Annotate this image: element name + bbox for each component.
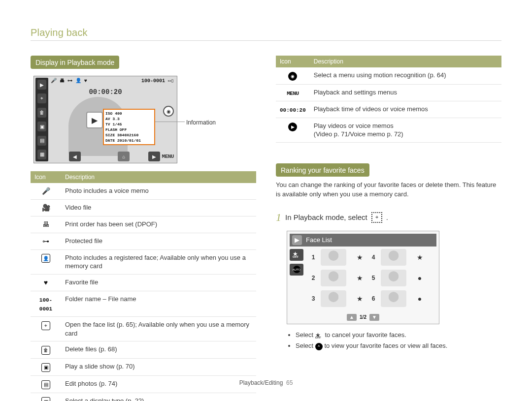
table-row: ▦Select a display type (p. 22): [31, 393, 256, 401]
table-row: ◉Select a menu using motion recognition …: [276, 67, 501, 85]
lock-icon: ⊶: [42, 237, 49, 245]
screen-folder-number: 100-0001: [141, 78, 165, 84]
face-index: 1: [309, 254, 318, 261]
face-auto-icon: AUTO: [290, 264, 303, 276]
table-row: 🖶Print order has been set (DPOF): [31, 216, 256, 233]
page-footer: Playback/Editing 65: [0, 379, 532, 386]
slideshow-icon: ▣: [41, 363, 50, 372]
bullet-item: Select to cancel your favorite faces.: [296, 330, 501, 340]
screen-play-overlay-icon: ▶: [86, 112, 103, 128]
face-thumb: [381, 270, 406, 286]
face-thumb: [381, 290, 406, 307]
dot-icon: ●: [413, 295, 426, 303]
print-icon: 🖶: [42, 220, 49, 228]
video-icon: 🎥: [42, 204, 50, 212]
table-row: MENUPlayback and settings menus: [276, 85, 501, 101]
face-index: 4: [369, 254, 378, 261]
table-row: 🎥Video file: [31, 199, 256, 216]
face-list-screen: ▶ Face List AUTO 1★ 4★ 2★ 5● 3★ 6● ▲ 1/2…: [287, 231, 439, 324]
table-row: 00:00:20Playback time of videos or voice…: [276, 101, 501, 118]
face-thumb: [321, 249, 346, 266]
time-text-icon: 00:00:20: [280, 107, 306, 113]
bullet-item: Select A to view your favorite faces or …: [296, 341, 501, 351]
star-icon: ★: [353, 274, 366, 282]
screen-display-icon: ▦: [37, 150, 46, 159]
auto-off-icon: A: [315, 343, 323, 350]
table-row: ▣Play a slide show (p. 70): [31, 359, 256, 376]
screen-home-icon: ⌂: [118, 152, 130, 161]
screen-status-icons: 🎤 🖶 ⊶ 👤 ♥: [51, 78, 87, 84]
callout-label-information: Information: [186, 119, 216, 126]
face-thumb: [321, 290, 346, 307]
table-row: 🎤Photo includes a voice memo: [31, 183, 256, 199]
playback-mode-icon: ▶: [292, 235, 302, 245]
step-text-prefix: In Playback mode, select: [285, 213, 367, 221]
star-icon: ★: [353, 253, 366, 261]
face-reg-icon: 👤: [41, 254, 50, 263]
page-title: Playing back: [31, 27, 501, 38]
face-index: 2: [309, 275, 318, 281]
face-list-icon: ⌖: [41, 321, 50, 330]
pager-down-icon: ▼: [369, 314, 379, 321]
th-icon: Icon: [276, 56, 310, 67]
screen-slideshow-icon: ▣: [37, 122, 46, 131]
screen-next-icon: ▶: [148, 152, 160, 161]
step-1: 1 In Playback mode, select ⌖.: [276, 211, 501, 224]
heading-ranking-faces: Ranking your favorite faces: [276, 163, 369, 177]
screen-prev-icon: ◀: [69, 152, 81, 161]
table-row: ⌖Open the face list (p. 65); Available o…: [31, 317, 256, 341]
screen-edit-icon: ▤: [37, 136, 46, 146]
camera-screen-illustration: ▶ ⌖ 🗑 ▣ ▤ ▦ 🎤 🖶 ⊶ 👤 ♥ 100-0001 ▭▯ 00:00:…: [33, 76, 177, 163]
motion-icon: ◉: [288, 72, 297, 81]
bullet-list: Select to cancel your favorite faces. Se…: [276, 330, 501, 352]
folder-file-icon: 100-0001: [39, 297, 52, 312]
face-list-select-icon: ⌖: [371, 212, 382, 223]
th-description: Description: [61, 171, 256, 183]
callout-line: [155, 122, 185, 122]
face-index: 5: [369, 275, 378, 281]
icon-description-table-left: Icon Description 🎤Photo includes a voice…: [31, 171, 256, 401]
face-index: 3: [309, 295, 318, 302]
star-icon: ★: [353, 295, 366, 303]
table-row: 🗑Delete files (p. 68): [31, 341, 256, 359]
th-description: Description: [310, 56, 501, 67]
heart-icon: ♥: [44, 278, 48, 286]
step-number: 1: [276, 211, 281, 224]
face-star-off-icon: [290, 249, 303, 261]
play-circle-icon: ▶: [288, 123, 297, 131]
screen-trash-icon: 🗑: [37, 108, 46, 118]
table-row: ♥Favorite file: [31, 274, 256, 291]
face-thumb: [321, 270, 346, 286]
title-divider: [31, 40, 501, 41]
step-text-suffix: .: [386, 213, 388, 221]
ranking-body-text: You can change the ranking of your favor…: [276, 181, 501, 199]
star-icon: ★: [413, 253, 426, 261]
table-row: 👤Photo includes a registered face; Avail…: [31, 249, 256, 274]
screen-menu-label: MENU: [162, 154, 174, 159]
display-type-icon: ▦: [41, 397, 50, 401]
trash-icon: 🗑: [41, 346, 50, 355]
heading-display-playback: Display in Playback mode: [31, 56, 119, 69]
table-row: 100-0001Folder name – File name: [31, 291, 256, 317]
dot-icon: ●: [413, 274, 426, 282]
screen-motion-icon: ◉: [163, 106, 174, 117]
pager-up-icon: ▲: [347, 314, 357, 321]
th-icon: Icon: [31, 171, 61, 183]
face-list-title: Face List: [306, 236, 332, 244]
mic-icon: 🎤: [42, 187, 50, 195]
footer-page-number: 65: [286, 379, 293, 386]
pager-label: 1/2: [360, 314, 366, 320]
screen-playback-time: 00:00:20: [34, 88, 177, 96]
table-row: ▶ Play videos or voice memos (Video p. 7…: [276, 118, 501, 142]
menu-text-icon: MENU: [287, 91, 299, 96]
table-row: ⊶Protected file: [31, 233, 256, 249]
face-thumb: [381, 249, 406, 266]
info-box: ISO 400 AV 3.3 TV 1/45 FLASH OFF SIZE 38…: [103, 109, 155, 145]
star-off-icon: [315, 332, 323, 339]
footer-section: Playback/Editing: [239, 379, 283, 386]
face-index: 6: [369, 295, 378, 302]
icon-description-table-right: Icon Description ◉Select a menu using mo…: [276, 56, 501, 143]
